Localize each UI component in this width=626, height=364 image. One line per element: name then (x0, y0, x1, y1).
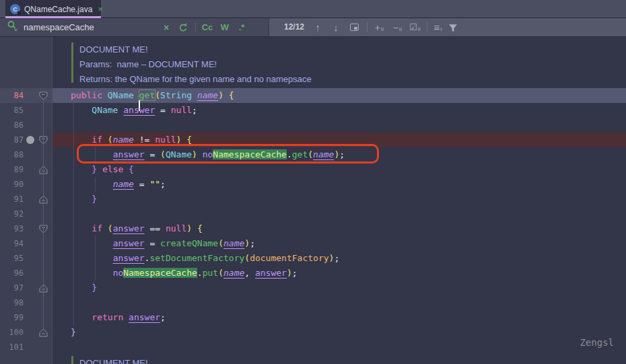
line-number[interactable]: 99 (0, 310, 24, 325)
code-line-99[interactable]: return answer; (53, 310, 626, 325)
code-line-98[interactable] (53, 295, 626, 310)
ide-window: { "colors": { "tab_accent": "#C39BE8", "… (0, 0, 626, 364)
code-line-86[interactable] (53, 118, 626, 133)
code-token (123, 312, 129, 322)
line-number[interactable]: 92 (0, 207, 24, 221)
code-line-95[interactable]: answer.setDocumentFactory(documentFactor… (53, 251, 626, 266)
code-token: answer (113, 223, 145, 233)
code-token: answer (129, 312, 160, 322)
add-occurrence-icon[interactable]: +II (371, 18, 387, 36)
code-token (223, 90, 229, 100)
breakpoint-dot[interactable] (26, 136, 34, 144)
tab-qnamecache-java[interactable]: C QNameCache.java × (5, 0, 101, 18)
code-token (134, 90, 139, 100)
code-token: ; (160, 312, 166, 322)
java-class-icon: C (10, 4, 20, 14)
code-token: if (92, 223, 102, 233)
code-token: answer (113, 253, 145, 263)
code-line-90[interactable]: name = ""; (53, 177, 626, 192)
code-token: ( (160, 149, 166, 159)
code-line-89[interactable]: } else { (53, 162, 626, 177)
code-token: null (155, 135, 176, 145)
code-token (71, 149, 113, 159)
regex-toggle[interactable]: .* (234, 18, 249, 36)
code-token: answer (113, 238, 145, 248)
code-token: = (134, 179, 149, 189)
remove-occurrence-icon[interactable]: −II (389, 18, 405, 36)
toolbar-divider (195, 22, 196, 32)
tab-close-icon[interactable]: × (98, 5, 103, 13)
line-number[interactable]: 84 (0, 88, 24, 103)
select-all-occurrences-icon[interactable]: ☑II (406, 18, 423, 36)
code-token: return (92, 312, 123, 322)
next-occurrence-icon[interactable]: ↓ (329, 18, 343, 36)
code-token (102, 135, 108, 145)
line-number[interactable]: 95 (0, 251, 24, 266)
code-line-101[interactable] (53, 340, 626, 355)
code-line-94[interactable]: answer = createQName(name); (53, 236, 626, 251)
line-number[interactable]: 88 (0, 147, 24, 162)
search-input[interactable] (24, 22, 138, 32)
line-number[interactable]: 86 (0, 118, 24, 133)
code-line-100[interactable]: } (53, 325, 626, 340)
code-line-84[interactable]: public QName get(String name) { (53, 88, 626, 103)
code-token: , (244, 268, 255, 278)
find-toolbar: × Cc W .* 12/12 ↑ ↓ +II −II ☑II ≡I (0, 18, 626, 37)
code-token: = (155, 105, 170, 115)
open-in-find-window-icon[interactable] (347, 18, 361, 36)
code-token (71, 179, 113, 189)
line-number[interactable]: 87 (0, 133, 24, 147)
code-line-88[interactable]: answer = (QName) noNamespaceCache.get(na… (53, 147, 626, 162)
search-history-icon[interactable] (176, 18, 190, 36)
code-token: no (203, 149, 213, 159)
clear-search-icon[interactable]: × (160, 18, 172, 36)
search-in-selection-icon[interactable]: ≡I (429, 18, 446, 36)
code-token (71, 312, 92, 322)
code-line-93[interactable]: if (answer == null) { (53, 221, 626, 236)
line-number[interactable]: 90 (0, 177, 24, 192)
line-number[interactable]: 93 (0, 221, 24, 236)
match-case-toggle[interactable]: Cc (199, 18, 215, 36)
line-number[interactable]: 85 (0, 103, 24, 118)
code-token: QName (108, 90, 134, 100)
code-token: answer (123, 105, 155, 115)
code-line-91[interactable]: } (53, 192, 626, 207)
code-token: } (71, 327, 76, 337)
code-token: createQName (160, 238, 218, 248)
line-number[interactable]: 98 (0, 295, 24, 310)
search-match-highlight: NamespaceCache (213, 149, 287, 159)
line-number[interactable]: 96 (0, 266, 24, 281)
code-token: { (129, 164, 134, 174)
line-number[interactable]: 97 (0, 281, 24, 295)
toolbar-divider (427, 22, 427, 32)
words-toggle[interactable]: W (218, 18, 232, 36)
code-token: ; (292, 268, 298, 278)
line-number[interactable]: 94 (0, 236, 24, 251)
code-token: = (145, 149, 160, 159)
tab-title: QNameCache.java (24, 5, 92, 14)
filter-icon[interactable] (446, 18, 460, 36)
line-number[interactable]: 101 (0, 340, 24, 355)
fold-marker-down-icon[interactable] (39, 91, 48, 100)
code-line-87[interactable]: if (name != null) { (53, 133, 626, 147)
code-token: answer (113, 149, 145, 159)
identifier-under-caret: get (139, 90, 155, 100)
previous-occurrence-icon[interactable]: ↑ (311, 18, 324, 36)
code-line-96[interactable]: noNamespaceCache.put(name, answer); (53, 266, 626, 281)
search-icon[interactable] (7, 20, 18, 34)
code-token: { (229, 90, 234, 100)
code-line-85[interactable]: QName answer = null; (53, 103, 626, 118)
code-token: != (134, 135, 155, 145)
code-line-92[interactable] (53, 207, 626, 221)
code-token: "" (149, 179, 160, 189)
line-number[interactable]: 100 (0, 325, 24, 340)
code-token: ; (160, 179, 166, 189)
line-number[interactable]: 91 (0, 192, 24, 207)
search-match-highlight: NamespaceCache (123, 268, 197, 278)
doc-comment-line: Returns: the QName for the given name an… (79, 72, 312, 87)
line-number[interactable]: 89 (0, 162, 24, 177)
code-token: ( (108, 135, 113, 145)
code-line-97[interactable]: } (53, 281, 626, 295)
code-token: ) (244, 238, 250, 248)
code-token: answer (255, 268, 287, 278)
